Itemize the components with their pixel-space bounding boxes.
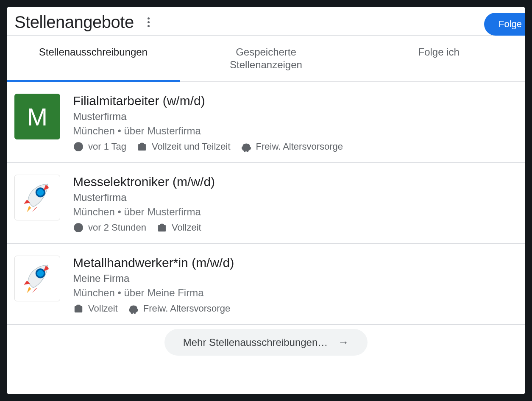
tab-label: Folge ich	[418, 46, 459, 58]
job-title: Messelektroniker (m/w/d)	[73, 175, 518, 189]
panel-header: Stellenangebote Folge	[7, 7, 525, 35]
job-panel: Stellenangebote Folge Stellenausschreibu…	[7, 7, 525, 394]
svg-point-4	[36, 269, 45, 278]
tab-label: Gespeicherte Stellenanzeigen	[230, 46, 302, 70]
piggy-bank-icon	[241, 141, 252, 152]
tag-text: Freiw. Altersvorsorge	[256, 141, 343, 152]
tab-label: Stellenausschreibungen	[39, 46, 148, 58]
svg-point-1	[247, 146, 248, 147]
clock-icon	[73, 222, 84, 233]
rocket-icon	[21, 262, 54, 295]
employment-type-tag: Vollzeit und Teilzeit	[136, 141, 231, 152]
job-body: Metallhandwerker*in (m/w/d) Meine Firma …	[73, 256, 518, 314]
posted-time-tag: vor 1 Tag	[73, 141, 126, 152]
job-company: Musterfirma	[73, 111, 518, 123]
company-logo	[14, 175, 60, 220]
tag-text: vor 1 Tag	[88, 141, 126, 152]
clock-icon	[73, 141, 84, 152]
dots-vertical-icon	[148, 17, 150, 19]
job-list: M Filialmitarbeiter (w/m/d) Musterfirma …	[7, 82, 525, 325]
company-logo: M	[14, 94, 60, 139]
job-location: München • über Musterfirma	[73, 206, 518, 218]
tag-text: Vollzeit und Teilzeit	[152, 141, 231, 152]
job-body: Messelektroniker (m/w/d) Musterfirma Mün…	[73, 175, 518, 233]
more-jobs-label: Mehr Stellenausschreibungen…	[183, 337, 328, 348]
tab-job-postings[interactable]: Stellenausschreibungen	[7, 36, 180, 81]
arrow-right-icon: →	[338, 336, 349, 349]
more-jobs-button[interactable]: Mehr Stellenausschreibungen… →	[164, 329, 368, 356]
job-tags: vor 2 Stunden Vollzeit	[73, 222, 518, 233]
job-item[interactable]: M Filialmitarbeiter (w/m/d) Musterfirma …	[7, 82, 525, 163]
tag-text: Vollzeit	[88, 303, 118, 314]
job-tags: vor 1 Tag Vollzeit und Teilzeit Freiw. A…	[73, 141, 518, 152]
job-company: Musterfirma	[73, 192, 518, 203]
rocket-icon	[21, 181, 54, 214]
posted-time-tag: vor 2 Stunden	[73, 222, 146, 233]
benefit-tag: Freiw. Altersvorsorge	[241, 141, 343, 152]
piggy-bank-icon	[128, 303, 139, 314]
follow-button-label: Folge	[499, 19, 522, 29]
svg-point-5	[134, 308, 135, 309]
tag-text: Vollzeit	[172, 222, 201, 233]
job-item[interactable]: Metallhandwerker*in (m/w/d) Meine Firma …	[7, 244, 525, 325]
job-title: Metallhandwerker*in (m/w/d)	[73, 256, 518, 270]
briefcase-icon	[156, 222, 167, 233]
more-menu-button[interactable]	[143, 13, 154, 31]
job-item[interactable]: Messelektroniker (m/w/d) Musterfirma Mün…	[7, 163, 525, 244]
tab-following[interactable]: Folge ich	[352, 36, 525, 81]
employment-type-tag: Vollzeit	[156, 222, 201, 233]
job-company: Meine Firma	[73, 273, 518, 284]
briefcase-icon	[136, 141, 148, 152]
employment-type-tag: Vollzeit	[73, 303, 118, 314]
logo-letter: M	[27, 103, 47, 131]
benefit-tag: Freiw. Altersvorsorge	[128, 303, 230, 314]
job-title: Filialmitarbeiter (w/m/d)	[73, 94, 518, 108]
company-logo	[14, 256, 60, 301]
page-title: Stellenangebote	[14, 13, 134, 32]
tag-text: Freiw. Altersvorsorge	[143, 303, 230, 314]
more-row: Mehr Stellenausschreibungen… →	[7, 325, 525, 356]
tab-saved-jobs[interactable]: Gespeicherte Stellenanzeigen	[180, 36, 353, 81]
follow-button[interactable]: Folge	[484, 13, 525, 36]
job-body: Filialmitarbeiter (w/m/d) Musterfirma Mü…	[73, 94, 518, 152]
job-tags: Vollzeit Freiw. Altersvorsorge	[73, 303, 518, 314]
briefcase-icon	[73, 303, 84, 314]
tag-text: vor 2 Stunden	[88, 222, 146, 233]
svg-point-2	[36, 188, 45, 197]
tabs: Stellenausschreibungen Gespeicherte Stel…	[7, 36, 525, 82]
job-location: München • über Meine Firma	[73, 287, 518, 299]
job-location: München • über Musterfirma	[73, 125, 518, 137]
